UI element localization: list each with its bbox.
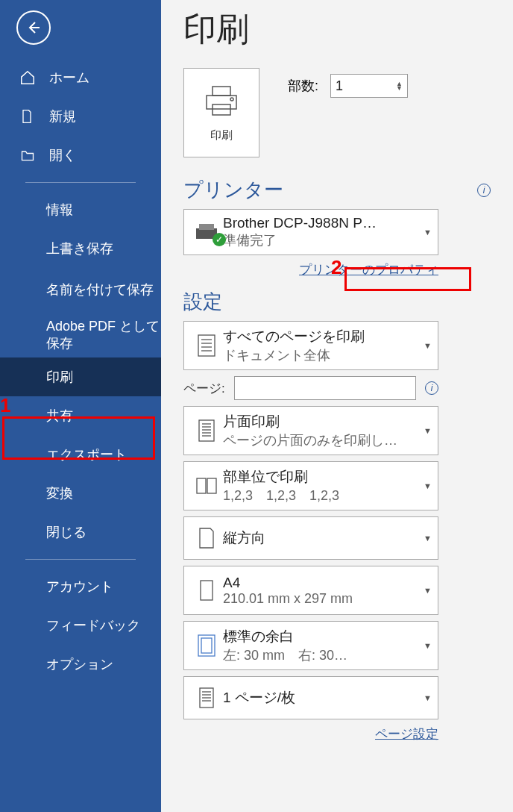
- sidebar-item-transform[interactable]: 変換: [0, 474, 161, 513]
- new-doc-icon: [19, 108, 40, 125]
- sidebar-item-label: 新規: [49, 107, 76, 125]
- dd-sub: 1,2,3 1,2,3 1,2,3: [223, 487, 421, 505]
- printer-name: Brother DCP-J988N P…: [223, 215, 421, 231]
- collate-dropdown[interactable]: 部単位で印刷1,2,3 1,2,3 1,2,3 ▼: [183, 461, 438, 510]
- pages-per-sheet-dropdown[interactable]: 1 ページ/枚 ▼: [183, 676, 438, 719]
- copies-label: 部数:: [288, 77, 318, 95]
- sidebar-item-account[interactable]: アカウント: [0, 567, 161, 606]
- svg-rect-0: [213, 87, 230, 96]
- folder-open-icon: [19, 148, 40, 163]
- svg-rect-21: [201, 638, 212, 653]
- sidebar-item-label: 名前を付けて保存: [46, 281, 154, 299]
- sidebar-item-options[interactable]: オプション: [0, 645, 161, 684]
- dd-title: 標準の余白: [223, 627, 421, 646]
- printer-ready-icon: ✓: [190, 221, 223, 243]
- printer-properties-link[interactable]: プリンターのプロパティ: [299, 263, 438, 277]
- pages-per-sheet-icon: [190, 685, 223, 710]
- portrait-icon: [190, 525, 223, 551]
- print-range-dropdown[interactable]: すべてのページを印刷ドキュメント全体 ▼: [183, 321, 438, 370]
- page-setup-link[interactable]: ページ設定: [375, 727, 438, 741]
- chevron-down-icon: ▼: [424, 228, 432, 237]
- copies-spinner[interactable]: 1 ▲▼: [330, 74, 408, 98]
- annotation-number-1: 1: [0, 394, 10, 417]
- chevron-down-icon: ▼: [424, 693, 432, 702]
- sidebar-item-label: 共有: [46, 407, 73, 425]
- sidebar-item-new[interactable]: 新規: [0, 97, 161, 136]
- pages-input[interactable]: [234, 376, 416, 400]
- printer-dropdown[interactable]: ✓ Brother DCP-J988N P… 準備完了 ▼: [183, 209, 438, 255]
- sidebar-item-label: 変換: [46, 484, 73, 502]
- dd-title: 1 ページ/枚: [223, 688, 421, 708]
- printer-icon: [202, 84, 241, 121]
- sidebar-item-label: アカウント: [46, 578, 113, 596]
- sidebar-item-label: エクスポート: [46, 446, 127, 463]
- sides-dropdown[interactable]: 片面印刷ページの片面のみを印刷し… ▼: [183, 406, 438, 455]
- sidebar-item-adobe-pdf[interactable]: Adobe PDF として保存: [0, 313, 161, 357]
- chevron-down-icon: ▼: [424, 534, 432, 543]
- dd-sub: ページの片面のみを印刷し…: [223, 431, 421, 449]
- dd-title: 部単位で印刷: [223, 467, 421, 487]
- sidebar-item-label: フィードバック: [46, 616, 140, 634]
- chevron-down-icon: ▼: [424, 641, 432, 650]
- sidebar-item-label: Adobe PDF として保存: [46, 318, 161, 353]
- dd-title: 縦方向: [223, 528, 421, 548]
- sidebar-item-info[interactable]: 情報: [0, 190, 161, 229]
- sidebar-item-print[interactable]: 印刷: [0, 357, 161, 396]
- sidebar-item-save[interactable]: 上書き保存: [0, 229, 161, 268]
- svg-rect-18: [207, 478, 216, 493]
- dd-title: 片面印刷: [223, 412, 421, 431]
- paper-size-dropdown[interactable]: A4210.01 mm x 297 mm ▼: [183, 566, 438, 615]
- sidebar-item-saveas[interactable]: 名前を付けて保存: [0, 268, 161, 313]
- sidebar-item-label: 閉じる: [46, 523, 86, 541]
- sidebar-item-label: 印刷: [46, 368, 73, 386]
- chevron-down-icon: ▼: [424, 426, 432, 435]
- sidebar-item-feedback[interactable]: フィードバック: [0, 606, 161, 645]
- dd-sub: ドキュメント全体: [223, 346, 421, 364]
- paper-icon: [190, 578, 223, 603]
- print-backstage-panel: 印刷 印刷 部数: 1 ▲▼ プリンター i ✓ Brother DCP-J98…: [161, 0, 513, 812]
- sidebar-item-label: 開く: [49, 146, 76, 164]
- dd-sub: 210.01 mm x 297 mm: [223, 591, 421, 607]
- backstage-sidebar: ホーム 新規 開く 情報 上書き保存 名前を付けて保存 Adobe PDF とし…: [0, 0, 161, 812]
- printer-status: 準備完了: [223, 231, 421, 249]
- sidebar-item-share[interactable]: 共有: [0, 396, 161, 435]
- sidebar-item-label: ホーム: [49, 69, 89, 87]
- svg-rect-17: [197, 478, 206, 493]
- sidebar-separator: [25, 559, 136, 560]
- sidebar-item-close[interactable]: 閉じる: [0, 513, 161, 552]
- annotation-number-2: 2: [331, 256, 342, 279]
- collate-icon: [190, 475, 223, 496]
- sidebar-separator: [25, 182, 136, 183]
- copies-value: 1: [336, 78, 343, 94]
- chevron-down-icon: ▼: [424, 586, 432, 595]
- sidebar-item-home[interactable]: ホーム: [0, 58, 161, 97]
- chevron-down-icon: ▼: [424, 341, 432, 350]
- print-button[interactable]: 印刷: [183, 68, 259, 157]
- sidebar-item-label: 情報: [46, 201, 73, 219]
- info-icon[interactable]: i: [425, 381, 438, 395]
- svg-rect-5: [199, 224, 214, 230]
- svg-rect-11: [199, 420, 214, 441]
- orientation-dropdown[interactable]: 縦方向 ▼: [183, 516, 438, 560]
- printer-properties-row: プリンターのプロパティ: [183, 261, 438, 278]
- check-icon: ✓: [213, 233, 226, 246]
- back-button[interactable]: [16, 10, 51, 45]
- sidebar-item-open[interactable]: 開く: [0, 136, 161, 175]
- dd-title: すべてのページを印刷: [223, 327, 421, 346]
- printer-section-header: プリンター: [183, 177, 283, 203]
- page-title: 印刷: [183, 7, 491, 51]
- dd-sub: 左: 30 mm 右: 30…: [223, 646, 421, 664]
- sidebar-item-label: 上書き保存: [46, 240, 113, 257]
- margins-dropdown[interactable]: 標準の余白左: 30 mm 右: 30… ▼: [183, 621, 438, 670]
- sidebar-item-export[interactable]: エクスポート: [0, 435, 161, 474]
- margins-icon: [190, 633, 223, 658]
- print-button-label: 印刷: [210, 128, 233, 143]
- chevron-down-icon: ▼: [424, 481, 432, 490]
- info-icon[interactable]: i: [477, 184, 491, 197]
- settings-section-header: 設定: [183, 289, 222, 315]
- home-icon: [19, 69, 40, 86]
- pages-label: ページ:: [183, 380, 225, 397]
- one-sided-icon: [190, 417, 223, 444]
- pages-icon: [190, 332, 223, 359]
- svg-rect-19: [201, 581, 213, 600]
